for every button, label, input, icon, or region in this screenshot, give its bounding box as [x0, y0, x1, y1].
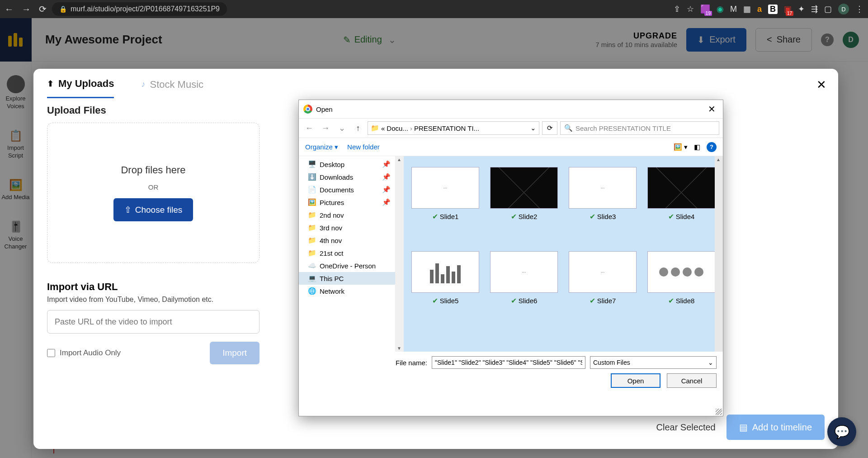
tree-item[interactable]: 🖼️Pictures📌 [299, 196, 395, 209]
refresh-button[interactable]: ⟳ [542, 121, 557, 135]
add-to-timeline-button[interactable]: ▤ Add to timeline [726, 415, 825, 440]
pin-icon: 📌 [382, 198, 391, 206]
tree-item-icon: 🌐 [308, 287, 316, 295]
grammarly-icon[interactable]: ◉ [717, 4, 724, 14]
reading-list-icon[interactable]: ⇶ [811, 4, 818, 14]
dropzone[interactable]: Drop files here OR ⇧ Choose files [47, 123, 259, 263]
check-icon: ✔ [511, 296, 517, 305]
file-name: Slide7 [597, 297, 616, 305]
file-tile[interactable]: ✔Slide5 [407, 244, 483, 325]
open-button[interactable]: Open [611, 373, 660, 388]
file-tile[interactable]: ✔Slide2 [486, 160, 562, 241]
file-name: Slide1 [440, 213, 459, 220]
file-name: Slide5 [440, 297, 459, 305]
audio-only-checkbox[interactable]: Import Audio Only [47, 348, 121, 358]
address-bar[interactable]: 🔒 murf.ai/studio/project/2/P016687497163… [52, 2, 227, 16]
dialog-close-icon[interactable]: ✕ [705, 104, 718, 114]
tree-item-icon: 📁 [308, 249, 316, 257]
tree-scrollbar[interactable] [396, 156, 404, 352]
view-mode-icon[interactable]: 🖼️ ▾ [674, 143, 688, 151]
clear-selected-link[interactable]: Clear Selected [656, 422, 716, 433]
files-scrollbar[interactable] [715, 156, 723, 352]
music-note-icon: ♪ [141, 80, 145, 89]
lastpass-icon[interactable]: ▣17 [784, 4, 792, 14]
url-input[interactable] [47, 310, 259, 334]
gmail-icon[interactable]: M [730, 5, 737, 14]
breadcrumb-bar[interactable]: 📁 « Docu... › PRESENTATION TI... ⌄ [368, 121, 539, 135]
file-tile[interactable]: ··· ✔Slide6 [486, 244, 562, 325]
dialog-help-icon[interactable]: ? [707, 142, 717, 152]
tree-item-label: Downloads [320, 173, 353, 181]
pin-icon: 📌 [382, 173, 391, 181]
tab-stock-music[interactable]: ♪ Stock Music [141, 79, 203, 98]
file-name-input[interactable] [432, 356, 585, 369]
pin-icon: 📌 [382, 160, 391, 168]
file-thumbnail [490, 167, 558, 209]
extension-2-icon[interactable]: ▦ [743, 4, 751, 14]
tree-item[interactable]: 🖥️Desktop📌 [299, 158, 395, 171]
file-grid: ··· ✔Slide1 ✔Slide2··· ✔Slide3 ✔Slide4 ✔… [404, 156, 723, 352]
chat-fab[interactable]: 💬 [827, 417, 856, 446]
back-icon[interactable]: ← [5, 4, 14, 14]
file-type-select[interactable]: Custom Files⌄ [590, 356, 717, 369]
nav-back-icon[interactable]: ← [302, 124, 316, 133]
cancel-button[interactable]: Cancel [667, 373, 717, 388]
tree-item-label: 3rd nov [320, 224, 342, 232]
nav-up-icon[interactable]: ↑ [351, 124, 365, 133]
chevron-down-icon[interactable]: ⌄ [530, 124, 536, 132]
file-tile[interactable]: ✔Slide8 [643, 244, 719, 325]
search-icon: 🔍 [564, 124, 573, 132]
tree-item[interactable]: 📁21st oct [299, 247, 395, 259]
file-thumbnail [647, 167, 715, 209]
organize-menu[interactable]: Organize ▾ [305, 143, 338, 151]
bookmark-icon[interactable]: ☆ [687, 4, 694, 14]
reload-icon[interactable]: ⟳ [39, 4, 47, 14]
file-tile[interactable]: ··· ✔Slide7 [565, 244, 641, 325]
file-tile[interactable]: ··· ✔Slide3 [565, 160, 641, 241]
file-name: Slide4 [676, 213, 695, 220]
tree-item[interactable]: 🌐Network [299, 285, 395, 297]
tab-overview-icon[interactable]: ▢ [824, 4, 832, 14]
resize-grip[interactable] [716, 409, 722, 415]
check-icon: ✔ [668, 212, 674, 221]
tree-item-label: 21st oct [320, 249, 344, 257]
chrome-icon [303, 105, 312, 114]
tab-my-uploads[interactable]: ⬆︎ My Uploads [47, 78, 114, 98]
tree-item[interactable]: 📁3rd nov [299, 221, 395, 234]
extension-1-icon[interactable]: 🟪19 [700, 4, 710, 14]
upload-arrow-icon: ⇧ [124, 205, 132, 215]
file-name-label: File name: [396, 359, 427, 367]
profile-avatar[interactable]: D [838, 4, 849, 14]
search-input[interactable]: 🔍 Search PRESENTATION TITLE [560, 121, 719, 135]
folder-tree: 🖥️Desktop📌⬇️Downloads📌📄Documents📌🖼️Pictu… [299, 156, 396, 352]
tree-item[interactable]: 📁4th nov [299, 234, 395, 247]
dialog-title: Open [316, 105, 333, 113]
tree-item-icon: 📁 [308, 236, 316, 244]
tree-item[interactable]: ☁️OneDrive - Person [299, 259, 395, 272]
nav-forward-icon: → [319, 124, 332, 133]
tree-item[interactable]: ⬇️Downloads📌 [299, 171, 395, 183]
new-folder-button[interactable]: New folder [347, 143, 380, 151]
kebab-menu-icon[interactable]: ⋮ [855, 4, 863, 14]
file-thumbnail [411, 251, 479, 293]
pin-icon: 📌 [382, 186, 391, 194]
share-page-icon[interactable]: ⇪ [674, 4, 680, 14]
tree-item-label: OneDrive - Person [320, 262, 376, 270]
close-icon[interactable]: ✕ [816, 78, 826, 92]
import-button[interactable]: Import [210, 342, 259, 364]
nav-recent-icon[interactable]: ⌄ [335, 123, 349, 133]
extensions-icon[interactable]: ✦ [798, 4, 805, 14]
check-icon: ✔ [432, 296, 438, 305]
tree-item[interactable]: 📄Documents📌 [299, 183, 395, 196]
extension-b-icon[interactable]: B [768, 5, 778, 14]
choose-files-button[interactable]: ⇧ Choose files [113, 198, 193, 221]
tree-item[interactable]: 💻This PC [299, 272, 395, 285]
file-tile[interactable]: ✔Slide4 [643, 160, 719, 241]
tree-item[interactable]: 📁2nd nov [299, 209, 395, 221]
forward-icon[interactable]: → [22, 4, 31, 14]
chat-icon: 💬 [834, 425, 850, 439]
file-tile[interactable]: ··· ✔Slide1 [407, 160, 483, 241]
amazon-icon[interactable]: a [757, 5, 762, 14]
tree-item-icon: 🖼️ [308, 198, 316, 206]
preview-pane-icon[interactable]: ◧ [694, 143, 700, 151]
